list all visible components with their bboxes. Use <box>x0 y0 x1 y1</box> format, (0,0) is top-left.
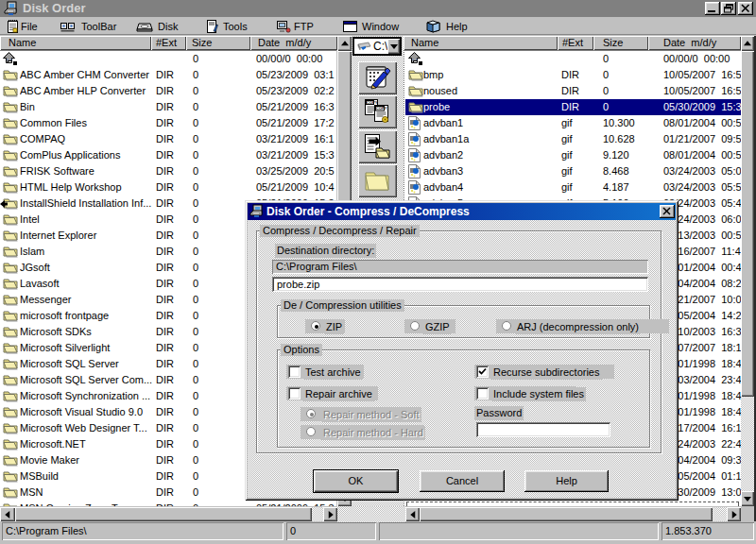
svg-text:COPY: COPY <box>376 106 387 110</box>
svg-text:COPY: COPY <box>367 100 378 105</box>
